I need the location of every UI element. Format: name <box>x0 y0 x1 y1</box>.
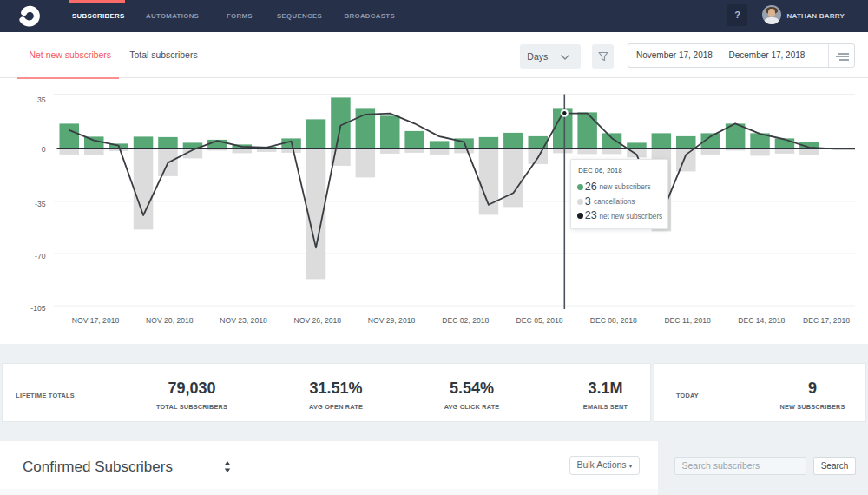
svg-text:0: 0 <box>42 145 46 154</box>
svg-text:DEC 05, 2018: DEC 05, 2018 <box>516 316 563 325</box>
svg-text:NOV 23, 2018: NOV 23, 2018 <box>220 316 267 325</box>
svg-text:NOV 20, 2018: NOV 20, 2018 <box>146 316 194 325</box>
svg-text:DEC 08, 2018: DEC 08, 2018 <box>590 316 637 325</box>
svg-text:35: 35 <box>37 96 46 104</box>
svg-text:DEC 14, 2018: DEC 14, 2018 <box>738 316 785 325</box>
svg-text:NOV 26, 2018: NOV 26, 2018 <box>294 316 342 325</box>
svg-text:NOV 29, 2018: NOV 29, 2018 <box>368 316 416 325</box>
svg-text:DEC 17, 2018: DEC 17, 2018 <box>803 316 850 325</box>
svg-text:NOV 17, 2018: NOV 17, 2018 <box>72 316 120 325</box>
svg-text:DEC 11, 2018: DEC 11, 2018 <box>664 316 711 325</box>
svg-text:DEC 02, 2018: DEC 02, 2018 <box>442 316 489 325</box>
svg-text:-70: -70 <box>35 252 46 261</box>
svg-text:-105: -105 <box>30 304 45 313</box>
svg-text:-35: -35 <box>35 200 46 208</box>
